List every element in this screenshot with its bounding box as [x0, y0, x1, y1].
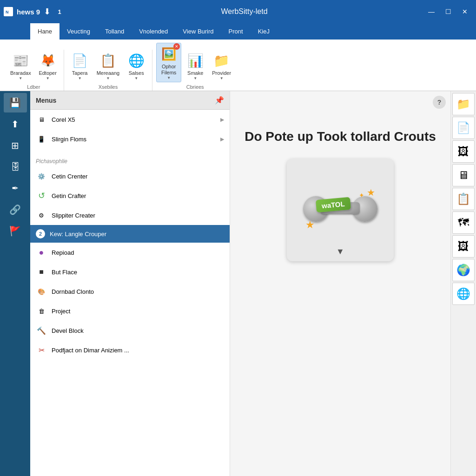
project-label: Project: [52, 308, 224, 315]
corel-x5-icon: 🖥: [36, 114, 47, 125]
content-image-down-arrow: ▼: [336, 247, 344, 257]
window-title: WerbSitty-letd: [221, 7, 267, 15]
right-panel: 📁 📄 🖼 🖥 📋 🗺 🖼 🌍 🌐: [450, 91, 476, 476]
tab-vnolended[interactable]: Vnolended: [132, 23, 175, 40]
braradax-arrow: ▼: [19, 76, 22, 80]
slippiter-creater-label: Slippiter Creater: [52, 212, 224, 219]
title-bar-center: WerbSitty-letd: [221, 7, 267, 16]
sidebar-icon-link[interactable]: 🔗: [4, 200, 27, 219]
ribbon-btn-salses[interactable]: 🌐 Salses ▼: [124, 50, 148, 82]
title-bar-controls: — ☐ ✕: [424, 5, 472, 18]
getin-crafter-label: Getin Crafter: [52, 192, 224, 199]
edtoper-icon: 🦊: [39, 52, 57, 70]
right-thumb-1[interactable]: 📄: [452, 117, 475, 139]
ribbon-btn-mereaang[interactable]: 📋 Mereaang ▼: [94, 50, 123, 82]
ribbon-group-items-cbriees: 🖼️ ✕ OphorFilems ▼ 📊 Smake ▼ 📁 Provider …: [156, 43, 234, 82]
repioad-icon: ●: [36, 247, 47, 258]
right-thumb-8[interactable]: 🌐: [452, 283, 475, 305]
salses-icon: 🌐: [127, 52, 145, 70]
tab-pront[interactable]: Pront: [221, 23, 251, 40]
menu-item-cetin-crenter[interactable]: ⚙️ Cetin Crenter: [30, 166, 230, 186]
sidebar-icon-disk[interactable]: 🗄: [4, 157, 27, 177]
ribbon-group-xsebiles-label: Xsebiles: [68, 82, 149, 91]
podfject-icon: ✂: [36, 344, 47, 356]
minimize-button[interactable]: —: [424, 5, 439, 18]
sidebar-icon-pen[interactable]: ✒: [4, 178, 27, 198]
ribbon-group-ldber-label: Ldber: [7, 82, 60, 91]
menu-item-slirgin-floms[interactable]: 📱 Slirgin Floms ▶: [30, 129, 230, 149]
ribbon-btn-provider[interactable]: 📁 Provider ▼: [209, 50, 234, 82]
app-icon: N: [4, 7, 13, 16]
slirgin-floms-icon: 📱: [36, 133, 47, 145]
star-small: ✦: [359, 192, 364, 199]
menu-item-getin-crafter[interactable]: ↺ Getin Crafter: [30, 186, 230, 205]
tapera-label: Tapera: [72, 70, 88, 76]
right-thumb-6[interactable]: 🖼: [452, 235, 475, 258]
menu-item-slippiter-creater[interactable]: ⚙ Slippiter Creater: [30, 205, 230, 225]
menu-header: Menus 📌: [30, 91, 230, 110]
mereaang-icon: 📋: [99, 52, 117, 70]
slirgin-floms-label: Slirgin Floms: [52, 136, 216, 143]
dornbad-clonto-icon: 🎨: [36, 286, 47, 297]
ribbon-btn-tapera[interactable]: 📄 Tapera ▼: [68, 50, 92, 82]
tab-veucting[interactable]: Veucting: [60, 23, 98, 40]
menu-header-title: Menus: [36, 97, 56, 104]
ribbon: Hane Veucting Tolland Vnolended View Bur…: [0, 23, 476, 91]
tab-kiej[interactable]: KieJ: [251, 23, 277, 40]
menu-item-corel-x5[interactable]: 🖥 Corel X5 ▶: [30, 110, 230, 129]
close-button[interactable]: ✕: [457, 5, 472, 18]
mereaang-label: Mereaang: [97, 70, 120, 76]
menu-item-dornbad-clonto[interactable]: 🎨 Dornbad Clonto: [30, 282, 230, 301]
ribbon-btn-edtoper[interactable]: 🦊 Edtoper ▼: [36, 50, 60, 82]
title-bar: N hews 9 ⬇ 1 WerbSitty-letd — ☐ ✕: [0, 0, 476, 23]
right-thumb-5[interactable]: 🗺: [452, 212, 475, 234]
right-thumb-0[interactable]: 📁: [452, 93, 475, 115]
right-thumb-2[interactable]: 🖼: [452, 140, 475, 163]
menu-item-kew-langle-crouper[interactable]: 2 Kew: Langle Crouper: [30, 225, 230, 243]
sidebar-icon-up[interactable]: ⬆: [4, 114, 27, 134]
menu-item-repioad[interactable]: ● Repioad: [30, 243, 230, 262]
ribbon-btn-smake[interactable]: 📊 Smake ▼: [183, 50, 207, 82]
ribbon-btn-braradax[interactable]: 📰 Braradax ▼: [7, 50, 34, 82]
ribbon-tabs: Hane Veucting Tolland Vnolended View Bur…: [0, 23, 476, 40]
menu-pin-button[interactable]: 📌: [215, 96, 224, 105]
help-button[interactable]: ?: [433, 96, 446, 109]
sidebar-icon-grid[interactable]: ⊞: [4, 136, 27, 155]
menu-panel: Menus 📌 🖥 Corel X5 ▶ 📱 Slirgin Floms ▶ P…: [30, 91, 230, 476]
tab-tolland[interactable]: Tolland: [98, 23, 132, 40]
ophor-filems-label: OphorFilems: [161, 64, 176, 76]
main-layout: 💾 ⬆ ⊞ 🗄 ✒ 🔗 🚩 Menus 📌 🖥 Corel X5 ▶ 📱 Sli…: [0, 91, 476, 476]
ribbon-content: 📰 Braradax ▼ 🦊 Edtoper ▼ Ldber 📄 Tapera …: [0, 40, 476, 91]
menu-item-podfject[interactable]: ✂ Podfjact on Dimar Aniziem ...: [30, 340, 230, 360]
menu-item-but-flace[interactable]: ■ But Flace: [30, 262, 230, 282]
podfject-label: Podfjact on Dimar Aniziem ...: [52, 347, 224, 354]
menu-item-project[interactable]: 🗑 Project: [30, 301, 230, 321]
ribbon-group-xsebiles: 📄 Tapera ▼ 📋 Mereaang ▼ 🌐 Salses ▼ Xsebi…: [64, 50, 153, 91]
braradax-icon: 📰: [11, 52, 30, 70]
corel-x5-arrow: ▶: [220, 117, 224, 123]
but-flace-icon: ■: [36, 266, 47, 278]
menu-divider: [30, 149, 230, 153]
right-thumb-4[interactable]: 📋: [452, 188, 475, 210]
smake-label: Smake: [187, 70, 203, 76]
notification-badge: 1: [54, 7, 65, 17]
sidebar-icons: 💾 ⬆ ⊞ 🗄 ✒ 🔗 🚩: [0, 91, 30, 476]
devel-block-icon: 🔨: [36, 325, 47, 336]
watol-logo: waTOL ★ ★ ✦: [303, 189, 377, 231]
right-thumb-7[interactable]: 🌍: [452, 259, 475, 281]
ribbon-group-items-ldber: 📰 Braradax ▼ 🦊 Edtoper ▼: [7, 50, 60, 82]
menu-item-devel-block[interactable]: 🔨 Devel Block: [30, 321, 230, 340]
salses-arrow: ▼: [134, 76, 138, 80]
tapera-arrow: ▼: [78, 76, 82, 80]
ribbon-btn-ophor-filems[interactable]: 🖼️ ✕ OphorFilems ▼: [156, 43, 181, 82]
right-thumb-3[interactable]: 🖥: [452, 164, 475, 186]
maximize-button[interactable]: ☐: [441, 5, 456, 18]
sidebar-icon-flag[interactable]: 🚩: [4, 221, 27, 241]
cetin-crenter-label: Cetin Crenter: [52, 173, 224, 180]
project-icon: 🗑: [36, 305, 47, 317]
download-icon: ⬇: [44, 7, 51, 17]
tab-view-burird[interactable]: View Burird: [175, 23, 221, 40]
sidebar-icon-save[interactable]: 💾: [4, 93, 27, 112]
tab-hane[interactable]: Hane: [30, 23, 60, 40]
star-bottom-left: ★: [305, 219, 315, 231]
